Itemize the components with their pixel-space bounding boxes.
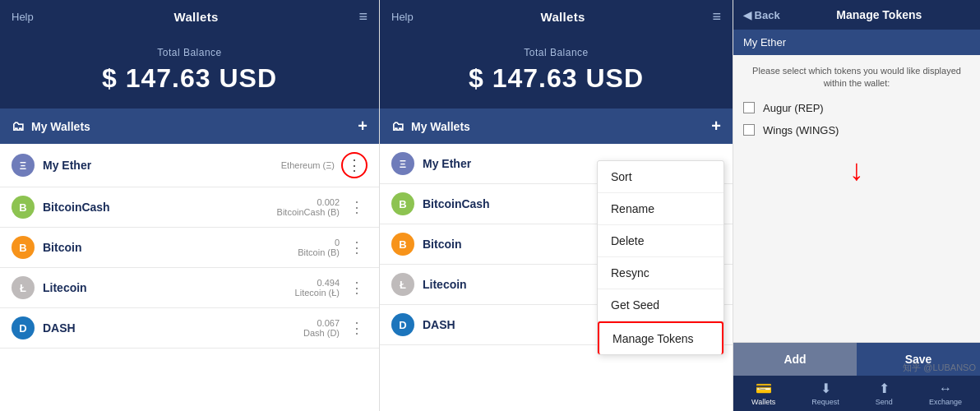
bottom-nav: 💳 Wallets ⬇ Request ⬆ Send ↔ Exchange: [733, 376, 980, 411]
token-label-wings: Wings (WINGS): [763, 124, 839, 136]
left-btc-icon: B: [12, 236, 35, 259]
context-menu-delete[interactable]: Delete: [598, 225, 723, 257]
left-wallet-item-btc[interactable]: B Bitcoin 0Bitcoin (B) ⋮: [0, 228, 379, 268]
wallets-nav-label: Wallets: [751, 398, 775, 406]
middle-help-link[interactable]: Help: [391, 11, 414, 23]
left-wallet-item-bch[interactable]: B BitcoinCash 0.002BitcoinCash (B) ⋮: [0, 187, 379, 228]
left-balance-myether: Ethereum (Ξ): [281, 160, 335, 170]
left-add-wallet-button[interactable]: +: [358, 117, 368, 136]
left-wallets-header: 🗂 My Wallets +: [0, 109, 379, 144]
token-item-augur: Augur (REP): [743, 102, 970, 114]
left-wallet-name-btc: Bitcoin: [43, 241, 298, 254]
middle-wallet-icon: 🗂: [391, 119, 404, 134]
wallets-nav-icon: 💳: [756, 381, 772, 396]
wallet-name-label: My Ether: [743, 36, 786, 48]
middle-balance-label: Total Balance: [388, 47, 724, 58]
token-checkbox-augur[interactable]: [743, 102, 755, 113]
nav-send[interactable]: ⬆ Send: [876, 381, 893, 406]
manage-tokens-title: Manage Tokens: [788, 8, 970, 21]
nav-request[interactable]: ⬇ Request: [811, 381, 839, 406]
middle-wallets-label: My Wallets: [411, 120, 470, 133]
middle-menu-icon[interactable]: ≡: [712, 8, 721, 25]
context-menu-resync[interactable]: Resync: [598, 257, 723, 289]
left-help-link[interactable]: Help: [12, 11, 34, 23]
left-wallets-label: My Wallets: [31, 120, 90, 133]
watermark: 知乎 @LUBANSO: [903, 362, 976, 374]
arrow-container: ↓: [743, 146, 970, 191]
middle-balance-section: Total Balance $ 147.63 USD: [380, 34, 733, 109]
context-menu-manage-tokens[interactable]: Manage Tokens: [598, 321, 723, 354]
left-wallet-menu-dash[interactable]: ⋮: [346, 317, 368, 339]
left-balance-ltc: 0.494Litecoin (Ł): [295, 278, 340, 298]
right-sub-header: My Ether: [733, 30, 980, 55]
left-wallet-name-myether: My Ether: [43, 159, 281, 172]
left-title: Wallets: [174, 10, 219, 24]
left-wallet-name-bch: BitcoinCash: [43, 201, 277, 214]
nav-wallets[interactable]: 💳 Wallets: [751, 381, 775, 406]
left-wallet-menu-btc[interactable]: ⋮: [346, 237, 368, 258]
left-wallet-item-dash[interactable]: D DASH 0.067Dash (D) ⋮: [0, 308, 379, 349]
left-balance-bch: 0.002BitcoinCash (B): [277, 197, 340, 217]
right-header: ◀ Back Manage Tokens: [733, 0, 980, 30]
send-nav-label: Send: [876, 398, 893, 406]
request-nav-label: Request: [811, 398, 839, 406]
left-balance-section: Total Balance $ 147.63 USD: [0, 34, 379, 109]
left-wallet-menu-bch[interactable]: ⋮: [346, 196, 368, 218]
token-label-augur: Augur (REP): [763, 102, 824, 114]
middle-btc-icon: B: [391, 233, 414, 256]
add-button[interactable]: Add: [733, 343, 857, 376]
left-ltc-icon: Ł: [12, 276, 35, 299]
middle-bch-icon: B: [391, 192, 414, 215]
middle-dash-icon: D: [391, 313, 414, 336]
middle-header: Help Wallets ≡: [380, 0, 733, 34]
left-wallet-item-myether[interactable]: Ξ My Ether Ethereum (Ξ) ⋮: [0, 144, 379, 187]
context-menu-rename[interactable]: Rename: [598, 193, 723, 225]
middle-panel: Help Wallets ≡ Total Balance $ 147.63 US…: [380, 0, 733, 411]
nav-exchange[interactable]: ↔ Exchange: [929, 381, 962, 406]
exchange-nav-label: Exchange: [929, 398, 962, 406]
token-checkbox-wings[interactable]: [743, 124, 755, 136]
right-body: Please select which tokens you would lik…: [733, 55, 980, 342]
send-nav-icon: ⬆: [879, 381, 890, 396]
down-arrow-icon: ↓: [849, 153, 864, 187]
left-dash-icon: D: [12, 316, 35, 339]
left-wallet-menu-ltc[interactable]: ⋮: [346, 277, 368, 298]
left-wallet-menu-myether[interactable]: ⋮: [341, 152, 368, 178]
context-menu-sort[interactable]: Sort: [598, 161, 723, 193]
left-header: Help Wallets ≡: [0, 0, 379, 34]
exchange-nav-icon: ↔: [939, 381, 952, 396]
left-balance-btc: 0Bitcoin (B): [298, 238, 340, 257]
left-eth-icon: Ξ: [12, 154, 35, 177]
left-wallet-name-dash: DASH: [43, 321, 303, 335]
left-panel: Help Wallets ≡ Total Balance $ 147.63 US…: [0, 0, 380, 411]
left-wallet-icon: 🗂: [12, 119, 25, 134]
middle-ltc-icon: Ł: [391, 273, 414, 296]
request-nav-icon: ⬇: [821, 381, 831, 396]
left-wallet-name-ltc: Litecoin: [43, 281, 295, 294]
middle-balance-amount: $ 147.63 USD: [388, 63, 724, 94]
left-bch-icon: B: [12, 196, 35, 219]
left-wallet-item-ltc[interactable]: Ł Litecoin 0.494Litecoin (Ł) ⋮: [0, 268, 379, 308]
token-item-wings: Wings (WINGS): [743, 124, 970, 136]
left-menu-icon[interactable]: ≡: [358, 8, 368, 25]
middle-wallets-header: 🗂 My Wallets +: [380, 109, 733, 144]
middle-add-wallet-button[interactable]: +: [711, 117, 721, 136]
left-balance-amount: $ 147.63 USD: [8, 63, 371, 94]
context-menu: Sort Rename Delete Resync Get Seed Manag…: [597, 160, 724, 355]
middle-title: Wallets: [541, 10, 585, 24]
context-menu-get-seed[interactable]: Get Seed: [598, 289, 723, 321]
right-panel: ◀ Back Manage Tokens My Ether Please sel…: [733, 0, 980, 411]
left-balance-dash: 0.067Dash (D): [303, 318, 340, 338]
left-wallet-list: Ξ My Ether Ethereum (Ξ) ⋮ B BitcoinCash …: [0, 144, 379, 411]
left-balance-label: Total Balance: [8, 47, 371, 58]
right-description: Please select which tokens you would lik…: [743, 65, 970, 90]
back-button[interactable]: ◀ Back: [743, 9, 780, 21]
middle-eth-icon: Ξ: [391, 152, 414, 175]
